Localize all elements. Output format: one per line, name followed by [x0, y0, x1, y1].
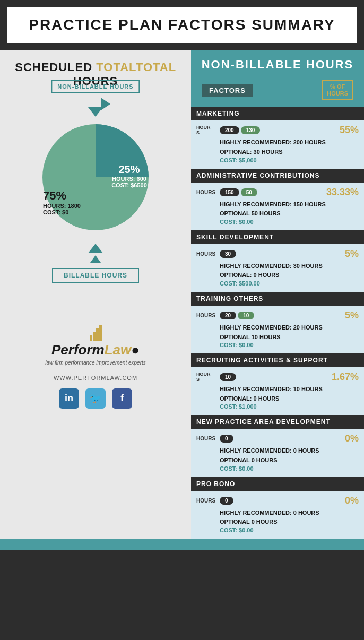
section-training-header: TRAINING OTHERS: [191, 292, 364, 306]
skill-pills: 30: [220, 250, 236, 258]
admin-pill-1: 150: [220, 188, 239, 196]
section-recruiting-header: RECRUITING ACTIVITIES & SUPPORT: [191, 353, 364, 367]
logo-area: PerformLaw● law firm performance improve…: [5, 304, 186, 409]
marketing-hours-label: HOURS: [196, 125, 215, 136]
pie-25-percent: 25%: [111, 163, 147, 176]
pro-bono-line2: OPTIONAL 0 Hours: [196, 517, 359, 527]
recruiting-line2: OPTIONAL: 0 Hours: [196, 394, 359, 404]
billable-label: BILLABLE HOURS: [52, 268, 139, 283]
logo-perform: Perform: [51, 342, 105, 358]
skill-cost: COST: $500.00: [196, 280, 359, 287]
logo-law: Law: [105, 342, 132, 358]
section-new-practice-body: HOURS 0 0% HIGHLY RECOMMENDED: 0 Hours O…: [191, 429, 364, 477]
new-practice-pct: 0%: [345, 433, 359, 444]
up-arrow-small: [90, 255, 101, 263]
total-highlight: TOTAL: [96, 60, 136, 74]
pro-bono-pill-1: 0: [220, 497, 233, 505]
section-admin-body: HOURS 150 50 33.33% HIGHLY RECOMMENDED: …: [191, 183, 364, 230]
pie-25-label: 25% HOURS: 600 COST: $6500: [111, 163, 147, 188]
new-practice-line1: HIGHLY RECOMMENDED: 0 Hours: [196, 446, 359, 456]
pie-75-percent: 75%: [43, 189, 81, 203]
recruiting-line1: HIGHLY RECOMMENDED: 10 Hours: [196, 385, 359, 394]
section-skill: SKILL DEVELOPMENT HOURS 30 5% HIGHLY REC…: [191, 230, 364, 292]
training-hours-label: HOURS: [196, 313, 215, 318]
skill-hours-label: HOURS: [196, 251, 215, 257]
training-pct: 5%: [345, 310, 359, 321]
right-header: NON-BILLABLE HOURS: [191, 50, 364, 77]
logo-tagline: law firm performance improvement experts: [5, 360, 186, 366]
training-cost: COST: $0.00: [196, 342, 359, 348]
section-pro-bono-body: HOURS 0 0% HIGHLY RECOMMENDED: 0 Hours O…: [191, 491, 364, 539]
admin-hours-label: HOURS: [196, 189, 215, 195]
section-marketing-body: HOURS 200 130 55% HIGHLY RECOMMENDED: 20…: [191, 120, 364, 168]
pie-25-cost: COST: $6500: [111, 182, 147, 188]
section-recruiting-body: HOURS 10 1.67% HIGHLY RECOMMENDED: 10 Ho…: [191, 367, 364, 415]
pro-bono-pills: 0: [220, 497, 233, 505]
pro-bono-line1: HIGHLY RECOMMENDED: 0 Hours: [196, 508, 359, 518]
section-skill-header: SKILL DEVELOPMENT: [191, 230, 364, 244]
facebook-icon[interactable]: f: [112, 388, 132, 409]
marketing-line2: OPTIONAL: 30 Hours: [196, 148, 359, 157]
section-marketing: MARKETING HOURS 200 130 55% HIGHLY RECOM…: [191, 107, 364, 168]
logo-divider: [16, 370, 175, 370]
factors-label: FACTORS: [202, 84, 253, 97]
new-practice-pills: 0: [220, 435, 233, 443]
new-practice-hours-label: HOURS: [196, 436, 215, 442]
right-panel: NON-BILLABLE HOURS FACTORS % OFHOURS MAR…: [191, 50, 364, 539]
section-admin: ADMINISTRATIVE CONTRIBUTIONS HOURS 150 5…: [191, 169, 364, 230]
marketing-line1: HIGHLY RECOMMENDED: 200 Hours: [196, 138, 359, 148]
non-billable-box: NON-BILLABLE HOURS: [51, 80, 140, 93]
admin-pills: 150 50: [220, 188, 257, 196]
training-pills: 20 10: [220, 312, 254, 319]
skill-pill-1: 30: [220, 250, 236, 258]
marketing-pill-1: 200: [220, 126, 239, 134]
logo-website: WWW.PERFORMLAW.COM: [5, 375, 186, 381]
skill-line2: OPTIONAL: 0 Hours: [196, 271, 359, 280]
left-panel: SCHEDULED TOTALTOTAL HOURS NON-BILLABLE …: [0, 50, 191, 539]
section-marketing-header: MARKETING: [191, 107, 364, 120]
recruiting-pills: 10: [220, 373, 236, 381]
training-line2: OPTIONAL 10 Hours: [196, 333, 359, 342]
new-practice-cost: COST: $0.00: [196, 465, 359, 472]
pie-75-cost: COST: $0: [43, 209, 81, 215]
new-practice-line2: OPTIONAL 0 Hours: [196, 456, 359, 465]
non-billable-arrow: [101, 98, 110, 110]
skill-hours-row: HOURS 30 5%: [196, 248, 359, 260]
page-title: PRACTICE PLAN FACTORS SUMMARY: [12, 16, 352, 33]
pie-25-hours: HOURS: 600: [111, 176, 147, 182]
pie-chart: 25% HOURS: 600 COST: $6500 75% HOURS:: [37, 119, 154, 236]
recruiting-cost: COST: $1,000: [196, 403, 359, 410]
marketing-pct: 55%: [340, 125, 359, 136]
training-line1: HIGHLY RECOMMENDED: 20 Hours: [196, 323, 359, 333]
section-training: TRAINING OTHERS HOURS 20 10 5% HIGHLY RE…: [191, 292, 364, 353]
skill-line1: HIGHLY RECOMMENDED: 30 HOURS: [196, 262, 359, 271]
right-header-title: NON-BILLABLE HOURS: [199, 58, 356, 72]
scheduled-label-1: SCHEDULED: [15, 60, 92, 74]
pro-bono-pct: 0%: [345, 495, 359, 506]
factors-header-row: FACTORS % OFHOURS: [196, 77, 359, 103]
section-skill-body: HOURS 30 5% HIGHLY RECOMMENDED: 30 HOURS…: [191, 244, 364, 292]
admin-line1: HIGHLY RECOMMENDED: 150 Hours: [196, 200, 359, 210]
section-new-practice: NEW PRACTICE AREA DEVELOPMENT HOURS 0 0%…: [191, 415, 364, 477]
training-pill-1: 20: [220, 312, 236, 319]
linkedin-icon[interactable]: in: [59, 388, 79, 409]
marketing-pills: 200 130: [220, 126, 260, 134]
marketing-pill-2: 130: [241, 126, 261, 134]
up-arrow-large: [88, 244, 103, 253]
admin-cost: COST: $0.00: [196, 219, 359, 225]
admin-pill-2: 50: [241, 188, 257, 196]
recruiting-pill-1: 10: [220, 373, 236, 381]
training-hours-row: HOURS 20 10 5%: [196, 310, 359, 321]
pie-75-hours: HOURS: 1800: [43, 203, 81, 209]
section-pro-bono: PRO BONO HOURS 0 0% HIGHLY RECOMMENDED: …: [191, 477, 364, 539]
training-pill-2: 10: [238, 312, 254, 319]
pro-bono-hours-label: HOURS: [196, 498, 215, 504]
twitter-icon[interactable]: 🐦: [85, 388, 106, 409]
admin-pct: 33.33%: [326, 187, 359, 198]
section-recruiting: RECRUITING ACTIVITIES & SUPPORT HOURS 10…: [191, 353, 364, 415]
pro-bono-hours-row: HOURS 0 0%: [196, 495, 359, 506]
pro-bono-cost: COST: $0.00: [196, 527, 359, 533]
admin-hours-row: HOURS 150 50 33.33%: [196, 187, 359, 198]
header: PRACTICE PLAN FACTORS SUMMARY: [5, 5, 359, 45]
admin-line2: OPTIONAL 50 Hours: [196, 209, 359, 219]
